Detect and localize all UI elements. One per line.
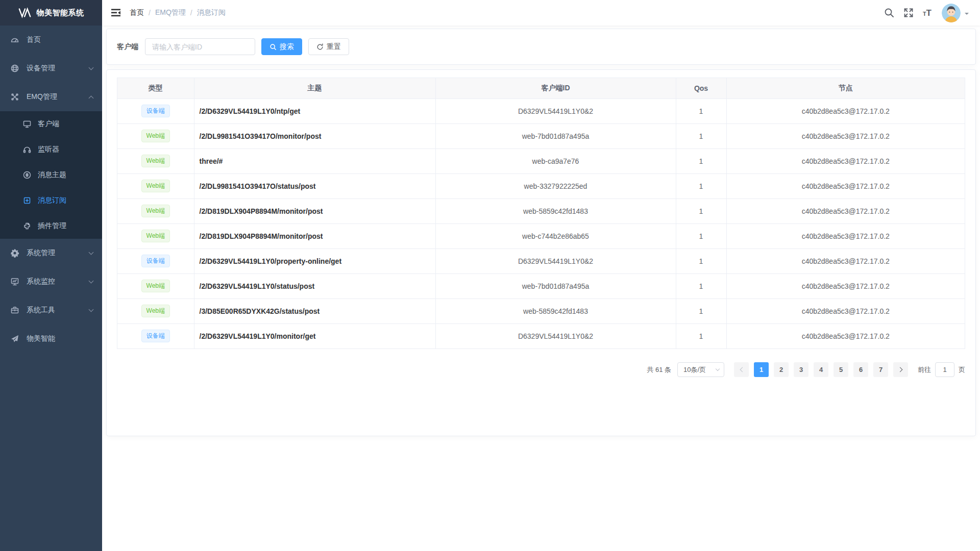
type-badge: Web端 [141,180,170,192]
type-badge: Web端 [141,155,170,167]
sidebar-item-tool[interactable]: 系统工具 [0,296,102,324]
client-id-cell: D6329VL54419L1Y0&2 [435,98,676,123]
node-cell: c40b2d8ea5c3@172.17.0.2 [726,148,965,173]
client-id-cell: web-ca9a7e76 [435,148,676,173]
sidebar-item-emq[interactable]: EMQ管理 [0,83,102,111]
page-button-3[interactable]: 3 [794,362,808,377]
logo-icon [18,7,32,18]
node-cell: c40b2d8ea5c3@172.17.0.2 [726,123,965,148]
sidebar-item-device[interactable]: 设备管理 [0,54,102,83]
sidebar-item-subscribe[interactable]: 消息订阅 [0,188,102,213]
top-navbar: 首页/EMQ管理/消息订阅 TT [102,0,980,26]
sidebar-menu: 首页设备管理EMQ管理客户端监听器消息主题消息订阅插件管理系统管理系统监控系统工… [0,26,102,353]
chevron-up-icon [89,95,94,101]
sidebar-item-system[interactable]: 系统管理 [0,239,102,267]
type-badge: Web端 [141,205,170,217]
node-cell: c40b2d8ea5c3@172.17.0.2 [726,248,965,273]
plugin-icon [22,221,32,231]
node-cell: c40b2d8ea5c3@172.17.0.2 [726,273,965,298]
node-cell: c40b2d8ea5c3@172.17.0.2 [726,198,965,223]
next-page-button[interactable] [893,362,908,377]
type-cell: Web端 [117,148,194,173]
column-header: 主题 [194,78,435,98]
jump-prefix-label: 前往 [918,365,931,374]
refresh-icon [316,43,324,51]
page-button-4[interactable]: 4 [814,362,828,377]
search-button[interactable]: 搜索 [261,38,302,55]
fullscreen-icon[interactable] [903,8,914,18]
breadcrumb-separator: / [190,9,192,17]
page-button-5[interactable]: 5 [834,362,848,377]
qos-cell: 1 [676,123,726,148]
column-header: 节点 [726,78,965,98]
table-row: 设备端/2/D6329VL54419L1Y0/monitor/getD6329V… [117,323,965,348]
jump-page-input[interactable] [935,362,954,377]
breadcrumb-separator: / [149,9,151,17]
sidebar-item-listener[interactable]: 监听器 [0,137,102,162]
jump-suffix-label: 页 [959,365,965,374]
page-button-7[interactable]: 7 [873,362,888,377]
page-content: 客户端 搜索 重置 [102,26,980,439]
caret-down-icon[interactable] [965,13,969,17]
device-icon [10,64,19,73]
sidebar-item-topic[interactable]: 消息主题 [0,162,102,188]
type-cell: 设备端 [117,248,194,273]
submenu-emq: 客户端监听器消息主题消息订阅插件管理 [0,111,102,239]
qos-cell: 1 [676,248,726,273]
qos-cell: 1 [676,323,726,348]
chevron-down-icon [89,307,94,312]
reset-button[interactable]: 重置 [308,38,349,55]
sidebar: 物美智能系统 首页设备管理EMQ管理客户端监听器消息主题消息订阅插件管理系统管理… [0,0,102,551]
search-icon[interactable] [884,8,894,18]
sidebar-item-plugin[interactable]: 插件管理 [0,213,102,239]
qos-cell: 1 [676,273,726,298]
topic-cell: /2/D6329VL54419L1Y0/status/post [194,273,435,298]
dashboard-icon [10,35,19,44]
topic-cell: /2/D6329VL54419L1Y0/ntp/get [194,98,435,123]
sidebar-item-label: 系统监控 [27,277,89,286]
subscription-table-card: 类型主题客户端IDQos节点 设备端/2/D6329VL54419L1Y0/nt… [106,69,976,436]
sidebar-item-wumei[interactable]: 物美智能 [0,324,102,353]
type-badge: 设备端 [141,330,170,342]
font-size-icon[interactable]: TT [923,9,932,17]
search-button-label: 搜索 [280,42,294,52]
prev-page-button[interactable] [734,362,749,377]
topic-cell: /2/D6329VL54419L1Y0/monitor/get [194,323,435,348]
client-id-cell: web-7bd01d87a495a [435,273,676,298]
page-button-2[interactable]: 2 [774,362,789,377]
page-button-1[interactable]: 1 [754,362,769,377]
breadcrumb-item[interactable]: 首页 [130,8,144,17]
type-cell: 设备端 [117,323,194,348]
navbar-right: TT [875,4,969,22]
app-logo[interactable]: 物美智能系统 [0,0,102,26]
table-row: Web端/2/D819DLX904P8894M/monitor/postweb-… [117,223,965,248]
listener-icon [22,145,32,154]
sidebar-item-label: 物美智能 [27,334,93,343]
type-badge: Web端 [141,305,170,317]
node-cell: c40b2d8ea5c3@172.17.0.2 [726,98,965,123]
breadcrumb-item: EMQ管理 [155,8,186,17]
client-id-cell: web-3327922225ed [435,173,676,198]
qos-cell: 1 [676,198,726,223]
topic-cell: /2/D819DLX904P8894M/monitor/post [194,198,435,223]
topic-cell: /2/DL9981541O39417O/status/post [194,173,435,198]
table-row: Web端three/#web-ca9a7e761c40b2d8ea5c3@172… [117,148,965,173]
hamburger-icon[interactable] [110,7,121,18]
sidebar-item-monitor[interactable]: 系统监控 [0,267,102,296]
type-cell: Web端 [117,173,194,198]
client-id-cell: web-5859c42fd1483 [435,298,676,323]
client-id-input[interactable] [145,38,255,55]
sidebar-item-home[interactable]: 首页 [0,26,102,54]
page-button-6[interactable]: 6 [853,362,868,377]
type-badge: Web端 [141,130,170,142]
qos-cell: 1 [676,223,726,248]
sidebar-item-client[interactable]: 客户端 [0,111,102,137]
page-size-select[interactable]: 10条/页 [677,362,724,377]
node-cell: c40b2d8ea5c3@172.17.0.2 [726,323,965,348]
client-id-cell: web-7bd01d87a495a [435,123,676,148]
chevron-down-icon [716,366,720,370]
table-row: Web端/2/DL9981541O39417O/monitor/postweb-… [117,123,965,148]
avatar[interactable] [942,4,961,22]
topic-cell: /3/D85E00R65DYXK42G/status/post [194,298,435,323]
topic-cell: three/# [194,148,435,173]
